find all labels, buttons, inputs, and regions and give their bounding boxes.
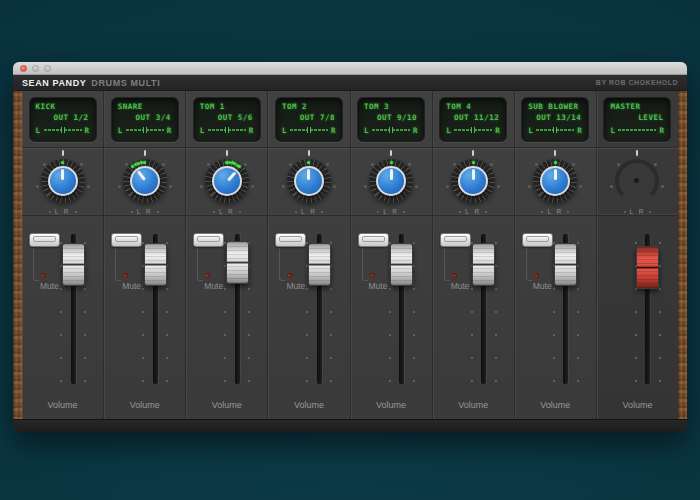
meter-right-label: R	[167, 126, 172, 135]
pan-led-dot-icon	[472, 161, 475, 164]
pan-led-dot-icon	[137, 162, 140, 165]
pan-knob[interactable]	[446, 157, 500, 207]
pan-label: L R	[131, 208, 159, 215]
lcd-wrap: MASTER LEVEL L R	[597, 91, 678, 147]
knob-side-dot-icon	[661, 185, 664, 188]
volume-fader[interactable]	[59, 230, 87, 390]
mute-button[interactable]	[193, 233, 224, 247]
mute-button[interactable]	[29, 233, 60, 247]
knob-top-tick-icon	[636, 150, 638, 156]
minimize-button[interactable]	[32, 65, 39, 72]
meter-right-label: R	[249, 126, 254, 135]
mute-button[interactable]	[440, 233, 471, 247]
mute-led-icon	[534, 273, 539, 278]
knob-side-dot-icon	[80, 163, 83, 166]
mute-button[interactable]	[111, 233, 142, 247]
fader-cap[interactable]	[226, 241, 249, 284]
knob-side-dot-icon	[118, 185, 121, 188]
mute-label: Mute	[286, 281, 305, 291]
knob-side-dot-icon	[528, 185, 531, 188]
pan-knob[interactable]	[364, 157, 418, 207]
lcd-wrap: TOM 4 OUT 11/12 L R	[433, 91, 514, 147]
pan-knob[interactable]	[282, 157, 336, 207]
fader-cap[interactable]	[308, 243, 331, 286]
channel-output: OUT 1/2	[36, 113, 90, 122]
mute-button[interactable]	[522, 233, 553, 247]
channel-strip-tom-4: TOM 4 OUT 11/12 L R	[433, 91, 515, 419]
meter-left-label: L	[282, 126, 287, 135]
volume-label: Volume	[186, 400, 267, 410]
knob-side-dot-icon	[87, 185, 90, 188]
pan-label: L R	[459, 208, 487, 215]
fader-section: Mute Volume	[351, 216, 432, 419]
bottom-bar	[13, 419, 687, 432]
knob-side-dot-icon	[36, 185, 39, 188]
fader-cap[interactable]	[472, 243, 495, 286]
channel-output: OUT 5/6	[200, 113, 254, 122]
pan-meter-line	[126, 129, 164, 131]
channel-name: TOM 3	[364, 102, 418, 111]
pan-label: L R	[541, 208, 569, 215]
knob-top-tick-icon	[472, 150, 474, 156]
pan-knob[interactable]	[118, 157, 172, 207]
volume-label: Volume	[433, 400, 514, 410]
knob-pointer-rotor	[542, 168, 568, 194]
volume-fader[interactable]	[470, 230, 498, 390]
mute-button[interactable]	[358, 233, 389, 247]
channel-lcd: MASTER LEVEL L R	[603, 97, 671, 142]
pan-knob-section: L R	[433, 147, 514, 216]
pan-knob[interactable]	[200, 157, 254, 207]
close-button[interactable]	[20, 65, 27, 72]
knob-side-dot-icon	[162, 163, 165, 166]
pan-label: L R	[624, 208, 652, 215]
knob-pointer-icon	[61, 169, 64, 180]
mute-label: Mute	[204, 281, 223, 291]
volume-fader[interactable]	[552, 230, 580, 390]
channel-pan-meter: L R	[118, 126, 172, 135]
pan-knob[interactable]	[610, 157, 664, 207]
channel-lcd: TOM 1 OUT 5/6 L R	[193, 97, 261, 142]
volume-fader[interactable]	[388, 230, 416, 390]
fader-section: Mute Volume	[515, 216, 596, 419]
pan-label: L R	[295, 208, 323, 215]
meter-left-label: L	[446, 126, 451, 135]
titlebar[interactable]	[13, 62, 687, 75]
meter-right-label: R	[577, 126, 582, 135]
pan-knob-section: L R	[515, 147, 596, 216]
fader-cap[interactable]	[554, 243, 577, 286]
mute-led-icon	[205, 273, 210, 278]
pan-meter-line	[454, 129, 492, 131]
fader-cap[interactable]	[62, 243, 85, 286]
channel-strip-tom-1: TOM 1 OUT 5/6 L R	[186, 91, 268, 419]
fader-cap[interactable]	[390, 243, 413, 286]
fader-scale-dots	[495, 242, 497, 384]
meter-left-label: L	[200, 126, 205, 135]
volume-fader[interactable]	[223, 230, 251, 390]
pan-knob[interactable]	[36, 157, 90, 207]
pan-center-icon	[553, 127, 557, 133]
volume-fader[interactable]	[634, 230, 662, 390]
pan-knob[interactable]	[528, 157, 582, 207]
knob-side-dot-icon	[610, 185, 613, 188]
mute-led-icon	[123, 273, 128, 278]
fader-cap[interactable]	[144, 243, 167, 286]
plugin-title: SEAN PANDY	[22, 78, 86, 88]
mute-button[interactable]	[275, 233, 306, 247]
pan-led-dot-icon	[390, 161, 393, 164]
pan-meter-line	[290, 129, 328, 131]
fader-cap[interactable]	[636, 246, 659, 289]
pan-center-icon	[61, 127, 65, 133]
mute-label: Mute	[369, 281, 388, 291]
lcd-wrap: TOM 1 OUT 5/6 L R	[186, 91, 267, 147]
knob-pointer-icon	[307, 169, 310, 180]
knob-top-tick-icon	[554, 150, 556, 156]
wood-panel-right	[678, 91, 687, 419]
volume-fader[interactable]	[305, 230, 333, 390]
mute-label: Mute	[40, 281, 59, 291]
volume-fader[interactable]	[141, 230, 169, 390]
zoom-button[interactable]	[44, 65, 51, 72]
pan-meter-line	[208, 129, 246, 131]
lcd-wrap: SNARE OUT 3/4 L R	[104, 91, 185, 147]
pan-label: L R	[377, 208, 405, 215]
channel-output: OUT 9/10	[364, 113, 418, 122]
